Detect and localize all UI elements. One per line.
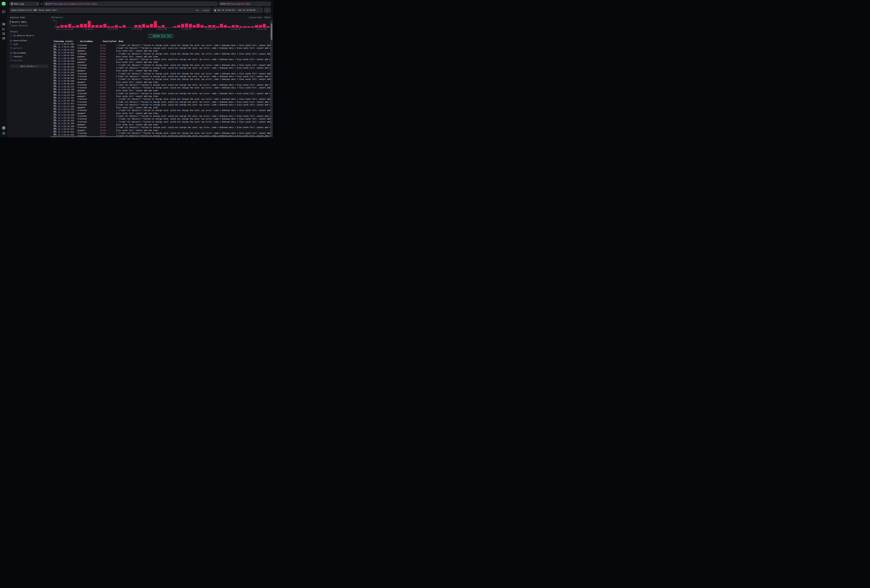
expand-row-icon[interactable]: › <box>51 70 54 71</box>
histogram-bar[interactable] <box>60 20 63 27</box>
laptop-icon[interactable] <box>2 32 5 35</box>
histogram-bar[interactable] <box>220 20 223 27</box>
histogram-bar[interactable] <box>88 20 91 27</box>
column-drag-handle[interactable]: ⋮ <box>116 40 118 42</box>
app-logo-icon[interactable]: ⚡ <box>2 1 6 6</box>
histogram-bar[interactable] <box>158 20 161 27</box>
mode-sql[interactable]: SQL <box>196 9 199 11</box>
expand-row-icon[interactable]: › <box>51 101 54 103</box>
histogram-bar[interactable] <box>64 20 67 27</box>
more-filters-button[interactable]: More filters <box>10 64 48 68</box>
resume-live-tail-button[interactable]: ⚡ Resume Live Tail <box>148 34 173 38</box>
expand-row-icon[interactable]: › <box>51 61 54 63</box>
chart-icon[interactable] <box>2 27 5 31</box>
col-body[interactable]: ⋮Body⋮ <box>116 40 271 42</box>
histogram-bar[interactable] <box>247 20 250 27</box>
log-row[interactable]: ›Jun 11 1:56:42.999 PMfrontenderror{"cod… <box>51 58 271 61</box>
log-row[interactable]: ›Jun 11 1:55:16.300 PMfrontenderror{"cod… <box>51 126 271 129</box>
histogram-bar[interactable] <box>127 20 130 27</box>
histogram-bar[interactable] <box>251 20 254 27</box>
expand-row-icon[interactable]: › <box>51 89 54 91</box>
filter-option-label[interactable]: info <box>13 43 18 45</box>
log-row[interactable]: ›Jun 11 1:56:38.534 PMpaymenterrorVisa c… <box>51 61 271 64</box>
log-row[interactable]: ›Jun 11 1:55:07.841 PMfrontenderror×{"co… <box>51 132 271 134</box>
histogram-bar[interactable] <box>216 20 219 27</box>
histogram-bar[interactable] <box>111 20 114 27</box>
expand-row-icon[interactable]: › <box>51 104 54 106</box>
histogram-bar[interactable] <box>263 20 266 27</box>
expand-row-icon[interactable]: › <box>51 95 54 97</box>
histogram-bar[interactable] <box>72 20 75 27</box>
vertical-scrollbar[interactable] <box>270 20 273 137</box>
expand-row-icon[interactable]: › <box>51 109 54 111</box>
log-row[interactable]: ›Jun 11 1:56:03.252 PMfrontenderror{"cod… <box>51 92 271 95</box>
log-row[interactable]: ›Jun 11 1:56:03.254 PMfrontenderror×{"co… <box>51 86 271 89</box>
time-range-picker[interactable]: Jun 11 13:41:52 - Jun 11 13:56:52 <box>213 7 263 13</box>
log-row[interactable]: ›Jun 11 1:55:16.302 PMfrontenderror×{"co… <box>51 121 271 123</box>
expand-row-icon[interactable]: › <box>51 47 54 49</box>
expand-row-icon[interactable]: › <box>51 112 54 114</box>
histogram-bar[interactable] <box>208 20 211 27</box>
log-row[interactable]: ›Jun 11 1:56:43.001 PMfrontenderror×{"co… <box>51 52 271 55</box>
search-query-input[interactable]: SeverityText:error AND "Visa cache full"… <box>10 7 211 13</box>
expand-row-icon[interactable]: › <box>51 50 54 52</box>
expand-row-icon[interactable]: › <box>51 45 54 46</box>
expand-row-icon[interactable]: › <box>51 118 54 120</box>
filter-option-checkbox[interactable] <box>10 43 12 45</box>
histogram-bar[interactable] <box>232 20 235 27</box>
histogram-bar[interactable] <box>142 20 145 27</box>
histogram-bar[interactable] <box>139 20 141 27</box>
load-more-severitytext[interactable]: Load more <box>10 47 48 49</box>
scrollbar-thumb[interactable] <box>271 23 272 40</box>
histogram-bar[interactable] <box>150 20 153 27</box>
histogram-bar[interactable] <box>134 20 137 27</box>
orderby-clause-input[interactable]: ORDER BY TimestampTime DESC <box>219 2 271 6</box>
mode-event-patterns[interactable]: Event Patterns <box>10 24 48 27</box>
histogram-bar[interactable] <box>165 20 168 27</box>
log-row[interactable]: ›Jun 11 1:56:38.542 PMfrontenderror×{"co… <box>51 64 271 67</box>
log-row[interactable]: ›Jun 11 1:56:32.843 PMpaymenterrorVisa c… <box>51 69 271 72</box>
histogram-bar[interactable] <box>243 20 246 27</box>
log-row[interactable]: ›Jun 11 1:55:51.452 PMfrontenderror{"cod… <box>51 103 271 106</box>
load-more-servicename[interactable]: Load more <box>10 59 48 61</box>
mode-results-table[interactable]: Results Table <box>10 20 48 24</box>
col-servicename[interactable]: ⋮ServiceName <box>77 40 100 42</box>
histogram-bar[interactable] <box>228 20 231 27</box>
horizontal-scrollbar[interactable] <box>51 136 270 137</box>
histogram-bar[interactable] <box>185 20 188 27</box>
histogram-bar[interactable] <box>169 20 172 27</box>
expand-row-icon[interactable]: › <box>51 56 54 58</box>
mode-lucene[interactable]: Lucene <box>203 9 209 11</box>
histogram-bar[interactable] <box>173 20 176 27</box>
log-row[interactable]: ›Jun 11 1:55:39.324 PMpaymenterrorVisa c… <box>51 112 271 115</box>
histogram-bar[interactable] <box>91 20 94 27</box>
expand-row-icon[interactable]: › <box>51 76 54 77</box>
histogram-bar[interactable] <box>197 20 200 27</box>
histogram-bar[interactable] <box>181 20 184 27</box>
log-row[interactable]: ›Jun 11 1:55:51.454 PMfrontenderror×{"co… <box>51 109 271 112</box>
log-row[interactable]: ›Jun 11 1:55:39.331 PMfrontenderror×{"co… <box>51 118 271 121</box>
histogram-bar[interactable] <box>235 20 238 27</box>
expand-row-icon[interactable]: › <box>51 81 54 83</box>
expand-row-icon[interactable]: › <box>51 64 54 66</box>
column-drag-handle[interactable]: ⋮ <box>100 40 101 42</box>
log-row[interactable]: ›Jun 11 1:55:07.827 PMpaymenterrorVisa c… <box>51 129 271 132</box>
log-row[interactable]: ›Jun 11 1:55:39.330 PMfrontenderror{"cod… <box>51 115 271 118</box>
expand-row-icon[interactable]: › <box>51 124 54 126</box>
histogram-bar[interactable] <box>255 20 258 27</box>
user-avatar[interactable]: U <box>2 131 6 135</box>
histogram-bar[interactable] <box>193 20 196 27</box>
histogram-bar[interactable] <box>123 20 126 27</box>
histogram-bar[interactable] <box>68 20 71 27</box>
log-row[interactable]: ›Jun 11 1:55:59.760 PMpaymenterrorVisa c… <box>51 95 271 98</box>
histogram-bar[interactable] <box>84 20 87 27</box>
column-drag-handle[interactable]: ⋮ <box>77 40 79 42</box>
expand-row-icon[interactable]: › <box>51 127 54 128</box>
filter-group-name[interactable]: SeverityText <box>13 40 27 42</box>
log-row[interactable]: ›Jun 11 1:56:08.955 PMfrontenderror{"cod… <box>51 83 271 86</box>
histogram-bar[interactable] <box>57 20 60 27</box>
expand-row-icon[interactable]: › <box>51 92 54 94</box>
logs-icon[interactable] <box>2 22 5 26</box>
log-row[interactable]: ›Jun 11 1:56:08.948 PMpaymenterrorVisa c… <box>51 81 271 83</box>
select-clause-input[interactable]: SELECT Timestamp, ServiceName, SeverityT… <box>43 2 218 6</box>
